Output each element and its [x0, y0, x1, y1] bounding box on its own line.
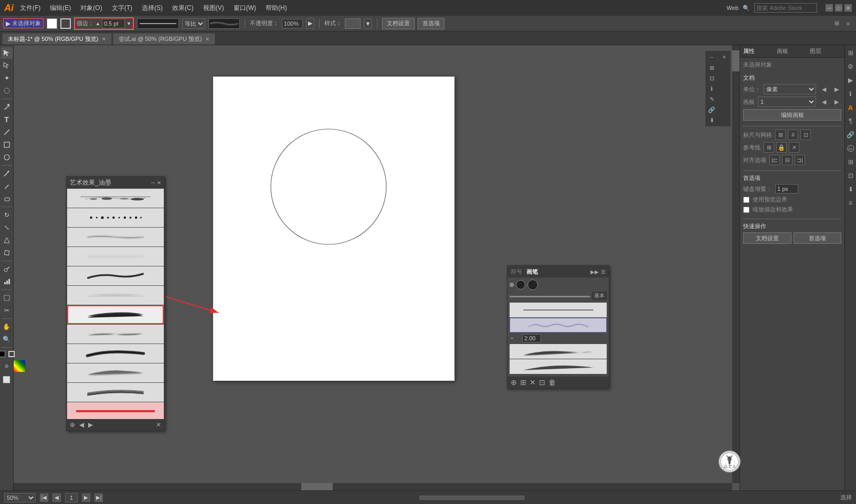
right-link-icon[interactable]: 🔗 [846, 130, 855, 140]
toggle-rulers-btn[interactable]: ⊞ [775, 130, 786, 140]
lasso-tool[interactable] [1, 85, 13, 96]
use-preview-checkbox[interactable] [743, 197, 749, 203]
menu-view[interactable]: 视图(V) [201, 4, 226, 13]
zoom-tool[interactable]: 🔍 [1, 334, 13, 345]
artboard-tool[interactable] [1, 292, 13, 304]
preferences-toolbar-btn[interactable]: 首选项 [418, 18, 445, 29]
pen-circle-large[interactable] [527, 280, 538, 290]
stroke-color-box[interactable] [60, 18, 71, 29]
right-type-icon[interactable]: A [846, 103, 855, 112]
unit-next-btn[interactable]: ▶ [832, 84, 841, 94]
mini-toolbar-collapse[interactable]: ─ [707, 52, 716, 62]
brush-item-4[interactable] [67, 247, 164, 266]
prev-page-btn[interactable]: |◀ [40, 494, 48, 502]
fill-color-box[interactable] [47, 18, 57, 29]
brush-item-5[interactable] [67, 266, 164, 285]
show-guides-btn[interactable]: ⊞ [764, 142, 774, 153]
art-brush-panel-header[interactable]: 艺术效果_油墨 ─ ✕ [67, 177, 164, 188]
workspace-dropdown[interactable]: Web [727, 5, 738, 11]
style-expand-btn[interactable]: ▼ [364, 18, 372, 29]
symbol-sprayer-tool[interactable] [1, 263, 13, 275]
unit-prev-btn[interactable]: ◀ [819, 84, 829, 94]
right-settings-icon[interactable]: ⚙ [846, 62, 855, 71]
brush-item-3[interactable] [67, 228, 164, 246]
art-brush-close-btn[interactable]: ✕ [157, 180, 161, 186]
menu-object[interactable]: 对象(O) [78, 4, 104, 13]
align-left-btn[interactable]: |⊏ [769, 155, 780, 165]
line-tool[interactable] [1, 126, 13, 138]
more-options-icon[interactable]: ≡ [843, 19, 853, 28]
artboard-tab[interactable]: 画板 [777, 47, 808, 55]
right-info-icon[interactable]: ℹ [846, 89, 855, 99]
selection-tool[interactable] [1, 47, 13, 59]
shape-tool[interactable] [1, 139, 13, 151]
artboard-prev-btn[interactable]: ◀ [819, 97, 829, 106]
pen-brush-calligraphy2[interactable] [510, 359, 607, 374]
lock-guides-btn[interactable]: 🔒 [776, 142, 787, 153]
hand-tool[interactable]: ✋ [1, 321, 13, 333]
artboard-next-btn[interactable]: ▶ [832, 97, 841, 106]
menu-effect[interactable]: 效果(C) [170, 4, 196, 13]
magic-wand-tool[interactable]: ✦ [1, 72, 13, 84]
brush-item-1[interactable] [67, 189, 164, 208]
opacity-expand-btn[interactable]: ▶ [306, 18, 314, 29]
unit-select[interactable]: 像素 [764, 84, 816, 94]
column-graph-tool[interactable] [1, 276, 13, 287]
fill-swatch[interactable] [0, 351, 5, 357]
art-brush-next-btn[interactable]: ▶ [88, 421, 93, 428]
pen-delete-btn[interactable]: ✕ [530, 378, 536, 387]
pen-brush-calligraphy1[interactable] [510, 344, 607, 359]
stroke-style-preview[interactable] [137, 18, 179, 29]
free-transform-tool[interactable] [1, 247, 13, 259]
layers-tab[interactable]: 图层 [810, 47, 841, 55]
toggle-grid-btn[interactable]: # [788, 130, 798, 140]
menu-select[interactable]: 选择(S) [140, 4, 165, 13]
brush-item-10[interactable] [67, 363, 164, 382]
tab-1[interactable]: 尝试.ai @ 50% (RGB/GPU 预览) ✕ [113, 33, 215, 45]
horizontal-scrollbar[interactable] [14, 483, 732, 490]
mini-toolbar-more[interactable]: ✕ [720, 52, 729, 62]
quick-doc-settings-btn[interactable]: 文档设置 [743, 232, 791, 244]
vertical-scrollbar[interactable] [732, 45, 739, 483]
canvas-export-btn[interactable]: ⬇ [707, 115, 716, 125]
canvas-info-btn[interactable]: ℹ [707, 84, 716, 93]
canvas-fit-btn[interactable]: ⊡ [707, 73, 716, 83]
search-stock-input[interactable] [754, 3, 817, 13]
right-transform-icon[interactable]: ⊡ [846, 171, 855, 180]
pen-dot-small[interactable] [510, 283, 514, 287]
pencil-tool[interactable] [1, 180, 13, 192]
canvas-draw-btn[interactable]: ✎ [707, 94, 716, 104]
round-corners-checkbox[interactable] [743, 207, 749, 213]
pen-duplicate-btn[interactable]: ⊡ [539, 378, 545, 387]
gradient-btn[interactable] [14, 360, 25, 372]
align-right-btn[interactable]: ⊐| [795, 155, 805, 165]
shaper-tool[interactable] [1, 234, 13, 246]
close-button[interactable]: ✕ [844, 4, 852, 12]
art-brush-add-btn[interactable]: ⊕ [70, 421, 75, 428]
menu-edit[interactable]: 编辑(E) [48, 4, 73, 13]
pen-panel-header[interactable]: 符号 画笔 ▶▶ ☰ [508, 266, 609, 277]
pen-tool[interactable] [1, 101, 13, 113]
stroke-value-input[interactable] [102, 19, 125, 28]
pen-brush-spiral[interactable] [510, 318, 607, 333]
menu-file[interactable]: 文件(F) [18, 4, 43, 13]
right-export-icon[interactable]: ⬇ [846, 185, 855, 194]
type-tool[interactable]: T [1, 114, 13, 125]
doc-settings-toolbar-btn[interactable]: 文档设置 [382, 18, 415, 29]
zoom-select[interactable]: 50% [4, 493, 36, 502]
change-screen-mode[interactable]: ⬜ [1, 374, 13, 385]
art-brush-collapse-btn[interactable]: ─ [151, 180, 155, 186]
brush-item-11[interactable] [67, 383, 164, 402]
quick-preferences-btn[interactable]: 首选项 [794, 232, 842, 244]
page-input[interactable] [65, 493, 78, 502]
align-center-btn[interactable]: ⊟ [782, 155, 792, 165]
pen-panel-expand-btn[interactable]: ▶▶ [590, 269, 599, 275]
brush-item-8[interactable] [67, 325, 164, 344]
brush-item-6[interactable] [67, 286, 164, 305]
brush-item-7[interactable] [67, 305, 164, 324]
tab-0[interactable]: 未标题-1* @ 50% (RGB/GPU 预览) ✕ [2, 33, 112, 45]
right-properties-icon[interactable]: ⊞ [846, 48, 855, 58]
pen-import-btn[interactable]: ⊞ [520, 378, 526, 387]
right-paragraph-icon[interactable]: ¶ [846, 116, 855, 126]
slice-tool[interactable]: ✂ [1, 305, 13, 316]
